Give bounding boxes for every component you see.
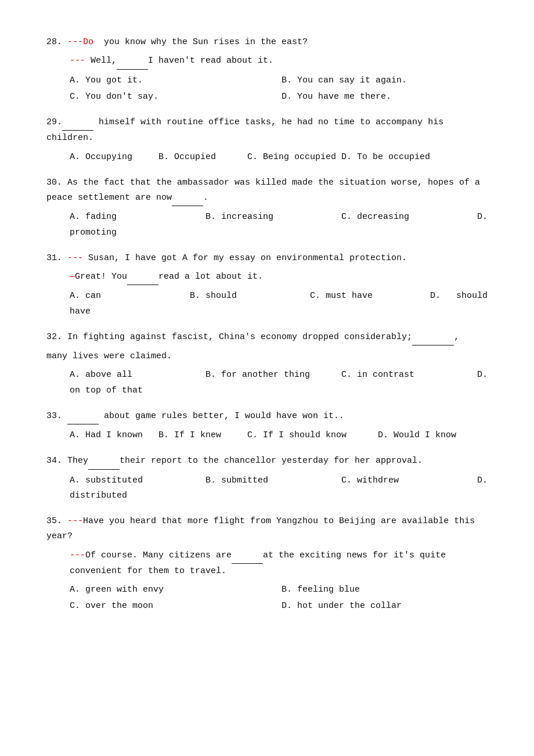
q34-blank bbox=[88, 453, 120, 469]
q33-blank bbox=[67, 409, 99, 424]
q29-text: 29. himself with routine office tasks, h… bbox=[46, 115, 488, 146]
q31-option-d-text: have bbox=[70, 304, 488, 319]
q33-text: 33. about game rules better, I would hav… bbox=[46, 409, 488, 424]
q35-option-a: A. green with envy bbox=[70, 582, 276, 597]
q34-text: 34. They their report to the chancellor … bbox=[46, 453, 488, 469]
question-32: 32. In fighting against fascist, China's… bbox=[46, 330, 488, 398]
q31-red2: — bbox=[70, 272, 75, 282]
question-34: 34. They their report to the chancellor … bbox=[46, 453, 488, 503]
q35-option-b: B. feeling blue bbox=[282, 582, 488, 597]
q32-text2: many lives were claimed. bbox=[46, 349, 488, 364]
q31-option-b: B. should bbox=[190, 289, 304, 304]
q28-option-d: D. You have me there. bbox=[282, 89, 488, 105]
q31-red1: --- bbox=[67, 253, 83, 263]
q28-option-c: C. You don't say. bbox=[70, 89, 276, 105]
q32-blank bbox=[412, 330, 454, 345]
q30-option-b: B. increasing bbox=[205, 210, 335, 225]
q29-blank bbox=[62, 115, 93, 131]
q34-option-c: C. withdrew bbox=[341, 473, 471, 488]
q31-option-a: A. can bbox=[70, 289, 184, 304]
q28-option-b: B. You can say it again. bbox=[282, 73, 488, 88]
q34-option-d-text: distributed bbox=[70, 488, 488, 503]
question-30: 30. As the fact that the ambassador was … bbox=[46, 175, 488, 240]
q35-option-d: D. hot under the collar bbox=[282, 599, 488, 614]
q30-option-d-label: D. bbox=[477, 210, 488, 225]
q30-options: A. fading B. increasing C. decreasing D.… bbox=[70, 210, 488, 240]
q30-option-c: C. decreasing bbox=[341, 210, 471, 225]
q32-options: A. above all B. for another thing C. in … bbox=[70, 368, 488, 398]
q34-option-d-label: D. bbox=[477, 473, 488, 488]
q34-options-grid: A. substituted B. submitted C. withdrew … bbox=[70, 473, 488, 488]
question-35: 35. ---Have you heard that more flight f… bbox=[46, 514, 488, 614]
q32-option-b: B. for another thing bbox=[205, 368, 335, 383]
q31-dialog: —Great! You read a lot about it. bbox=[70, 269, 488, 285]
q31-blank bbox=[127, 269, 158, 285]
q32-option-d-text: on top of that bbox=[70, 383, 488, 398]
q28-text: 28. ---Do you know why the Sun rises in … bbox=[46, 35, 488, 50]
question-31: 31. --- Susan, I have got A for my essay… bbox=[46, 251, 488, 319]
q28-dialog: --- Well, I haven't read about it. bbox=[70, 53, 488, 69]
q35-blank bbox=[232, 548, 263, 564]
q34-options: A. substituted B. submitted C. withdrew … bbox=[70, 473, 488, 504]
q30-blank bbox=[172, 190, 203, 206]
q35-red2: --- bbox=[70, 550, 85, 560]
q34-option-b: B. submitted bbox=[205, 473, 335, 488]
q31-option-d-label: D. should bbox=[430, 289, 488, 304]
q35-options: A. green with envy B. feeling blue C. ov… bbox=[70, 582, 488, 614]
q28-red2: --- bbox=[70, 56, 85, 66]
q32-option-a: A. above all bbox=[70, 368, 200, 383]
q31-text: 31. --- Susan, I have got A for my essay… bbox=[46, 251, 488, 266]
q31-options: A. can B. should C. must have D. should … bbox=[70, 289, 488, 319]
q35-dialog: ---Of course. Many citizens are at the e… bbox=[70, 548, 488, 579]
q34-option-a: A. substituted bbox=[70, 473, 200, 488]
q35-red1: --- bbox=[67, 516, 83, 526]
q29-options: A. Occupying B. Occupied C. Being occupi… bbox=[70, 150, 488, 165]
q35-option-c: C. over the moon bbox=[70, 599, 276, 614]
q30-text: 30. As the fact that the ambassador was … bbox=[46, 175, 488, 207]
q35-text: 35. ---Have you heard that more flight f… bbox=[46, 514, 488, 545]
q30-option-d-text: promoting bbox=[70, 225, 488, 240]
q30-option-a: A. fading bbox=[70, 210, 200, 225]
q33-options: A. Had I known B. If I knew C. If I shou… bbox=[70, 428, 488, 443]
q28-blank bbox=[117, 53, 148, 69]
question-33: 33. about game rules better, I would hav… bbox=[46, 409, 488, 444]
q32-text: 32. In fighting against fascist, China's… bbox=[46, 330, 488, 345]
q28-red1: ---Do bbox=[67, 37, 93, 47]
q31-option-c: C. must have bbox=[310, 289, 424, 304]
q32-option-c: C. in contrast bbox=[341, 368, 471, 383]
q32-option-d-label: D. bbox=[477, 368, 488, 383]
q28-option-a: A. You got it. bbox=[70, 73, 276, 88]
q31-options-grid: A. can B. should C. must have D. should bbox=[70, 289, 488, 304]
q30-options-grid: A. fading B. increasing C. decreasing D. bbox=[70, 210, 488, 225]
question-28: 28. ---Do you know why the Sun rises in … bbox=[46, 35, 488, 105]
q32-options-grid: A. above all B. for another thing C. in … bbox=[70, 368, 488, 383]
question-29: 29. himself with routine office tasks, h… bbox=[46, 115, 488, 165]
exam-content: 28. ---Do you know why the Sun rises in … bbox=[46, 35, 488, 614]
q28-options: A. You got it. B. You can say it again. … bbox=[70, 73, 488, 105]
